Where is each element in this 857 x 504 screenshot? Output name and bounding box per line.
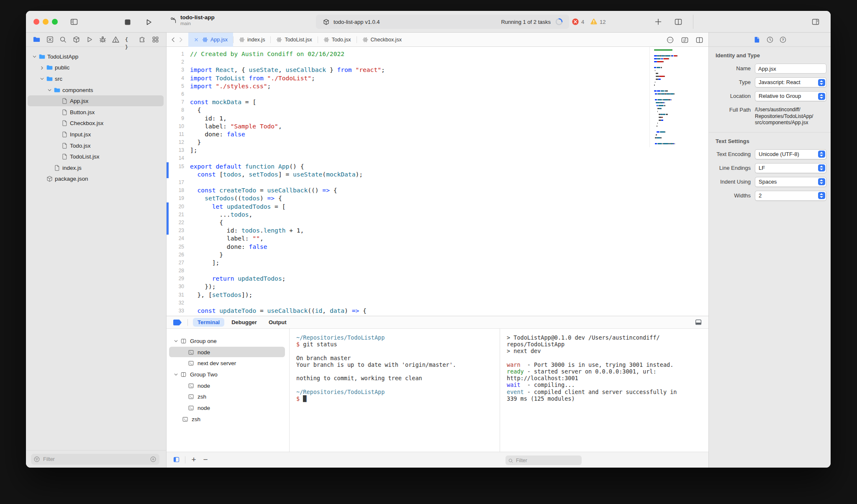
collapse-panel-icon[interactable] bbox=[694, 319, 703, 326]
tab-app-jsx[interactable]: App.jsx bbox=[188, 33, 233, 47]
status-bar[interactable]: todo-list-app v1.0.4 Running 1 of 2 task… bbox=[316, 15, 569, 29]
line-number: 18 bbox=[167, 186, 189, 194]
minimize-window-button[interactable] bbox=[43, 19, 49, 25]
session-item-zsh[interactable]: zsh bbox=[167, 414, 289, 425]
back-icon[interactable] bbox=[170, 36, 177, 43]
panel-tag-icon[interactable] bbox=[172, 319, 182, 326]
split-vertical-icon[interactable] bbox=[695, 36, 703, 44]
session-item-zsh[interactable]: zsh bbox=[167, 391, 289, 402]
run-icon[interactable] bbox=[144, 18, 153, 26]
session-item-group-two[interactable]: Group Two bbox=[167, 369, 289, 380]
session-item-next-dev-server[interactable]: next dev server bbox=[167, 358, 289, 369]
add-terminal-button[interactable]: + bbox=[189, 454, 198, 466]
session-item-node[interactable]: node bbox=[167, 402, 289, 414]
name-field[interactable] bbox=[755, 64, 826, 74]
symbols-navigator-icon[interactable]: { } bbox=[125, 36, 133, 43]
tree-item-todo-jsx[interactable]: Todo.jsx bbox=[26, 140, 166, 151]
sidebar-filter-input[interactable] bbox=[42, 456, 150, 463]
sidebar-filter-field[interactable] bbox=[31, 454, 159, 465]
project-navigator-icon[interactable] bbox=[33, 36, 41, 43]
text-encoding-select[interactable]: Unicode (UTF-8) bbox=[755, 149, 826, 159]
type-select[interactable]: Javascript: React bbox=[755, 77, 826, 87]
code-line: 15export default function App() { bbox=[167, 162, 708, 170]
error-badge-icon[interactable] bbox=[572, 18, 579, 26]
file-inspector-icon[interactable] bbox=[753, 36, 761, 43]
line-endings-select[interactable]: LF bbox=[755, 163, 826, 173]
chevron-down-icon[interactable] bbox=[173, 338, 180, 344]
tree-item-public[interactable]: public bbox=[26, 62, 166, 74]
close-icon[interactable] bbox=[194, 37, 199, 42]
panel-tab-debugger[interactable]: Debugger bbox=[227, 318, 262, 327]
warning-badge-icon[interactable] bbox=[590, 18, 598, 26]
tab-todo-jsx[interactable]: Todo.jsx bbox=[318, 33, 357, 47]
line-number: 12 bbox=[167, 138, 189, 146]
file-icon bbox=[61, 153, 70, 160]
add-icon[interactable] bbox=[654, 18, 663, 26]
session-item-node[interactable]: node bbox=[167, 347, 289, 358]
source-control-navigator-icon[interactable] bbox=[46, 36, 54, 43]
tab-index-js[interactable]: index.js bbox=[233, 33, 270, 47]
terminal-filter-field[interactable] bbox=[505, 455, 582, 465]
tree-item-src[interactable]: src bbox=[26, 73, 166, 84]
terminal-filter-input[interactable] bbox=[515, 457, 582, 464]
tree-item-checkbox-jsx[interactable]: Checkbox.jsx bbox=[26, 118, 166, 129]
terminal-icon bbox=[187, 405, 195, 411]
tree-item-package-json[interactable]: package.json bbox=[26, 174, 166, 185]
overview-navigator-icon[interactable] bbox=[151, 36, 159, 43]
bug-navigator-icon[interactable] bbox=[99, 36, 107, 43]
stepper-icon[interactable] bbox=[818, 192, 825, 199]
react-file-icon bbox=[276, 37, 282, 43]
issues-navigator-icon[interactable] bbox=[112, 36, 120, 43]
chevron-down-icon[interactable] bbox=[39, 76, 46, 82]
related-files-icon[interactable] bbox=[681, 36, 689, 44]
chevron-down-icon[interactable] bbox=[32, 54, 38, 59]
chevron-down-icon[interactable] bbox=[173, 371, 180, 377]
close-window-button[interactable] bbox=[33, 19, 39, 25]
tree-item-index-js[interactable]: index.js bbox=[26, 162, 166, 174]
chevron-down-icon[interactable] bbox=[47, 87, 54, 93]
search-navigator-icon[interactable] bbox=[59, 36, 67, 43]
tree-item-app-jsx[interactable]: App.jsx bbox=[26, 95, 166, 107]
tree-item-button-jsx[interactable]: Button.jsx bbox=[26, 107, 166, 118]
code-editor[interactable]: 1// Created by Austin Condiff on 02/16/2… bbox=[167, 47, 708, 316]
toggle-inspector-icon[interactable] bbox=[811, 18, 820, 26]
history-inspector-icon[interactable] bbox=[766, 36, 774, 43]
location-select[interactable]: Relative to Group bbox=[755, 91, 826, 101]
stepper-icon[interactable] bbox=[818, 93, 825, 100]
session-item-node[interactable]: node bbox=[167, 380, 289, 391]
package-navigator-icon[interactable] bbox=[72, 36, 80, 43]
sidebar-toggle-icon[interactable] bbox=[69, 18, 79, 26]
stepper-icon[interactable] bbox=[818, 151, 825, 158]
tab-todolist-jsx[interactable]: TodoList.jsx bbox=[271, 33, 317, 47]
tree-item-todolistapp[interactable]: TodoListApp bbox=[26, 51, 166, 62]
file-name: src bbox=[55, 76, 62, 82]
indent-using-select[interactable]: Spaces bbox=[755, 177, 826, 187]
stepper-icon[interactable] bbox=[818, 79, 825, 86]
react-file-icon bbox=[202, 37, 208, 43]
forward-icon[interactable] bbox=[177, 36, 184, 43]
toggle-sessions-icon[interactable] bbox=[172, 456, 180, 463]
more-options-icon[interactable] bbox=[666, 36, 674, 44]
stepper-icon[interactable] bbox=[818, 178, 825, 185]
tree-item-todolist-jsx[interactable]: TodoList.jsx bbox=[26, 151, 166, 162]
terminal-shell-left[interactable]: ~/Repositories/TodoListApp$ git status O… bbox=[290, 329, 500, 452]
stop-icon[interactable] bbox=[123, 18, 132, 26]
split-editor-icon[interactable] bbox=[674, 18, 683, 26]
run-navigator-icon[interactable] bbox=[85, 36, 93, 43]
panel-tab-output[interactable]: Output bbox=[264, 318, 291, 327]
zoom-window-button[interactable] bbox=[52, 19, 58, 25]
panel-tab-terminal[interactable]: Terminal bbox=[193, 318, 224, 327]
minimap[interactable] bbox=[649, 47, 706, 147]
chevron-right-icon[interactable] bbox=[39, 65, 46, 71]
widths-select[interactable]: 2 bbox=[755, 191, 826, 201]
tab-checkbox-jsx[interactable]: Checkbox.jsx bbox=[357, 33, 407, 47]
tree-item-input-jsx[interactable]: Input.jsx bbox=[26, 129, 166, 140]
help-inspector-icon[interactable]: ? bbox=[779, 36, 787, 43]
stepper-icon[interactable] bbox=[818, 164, 825, 171]
remove-terminal-button[interactable]: − bbox=[201, 454, 210, 466]
add-filter-icon[interactable] bbox=[150, 456, 157, 463]
session-item-group-one[interactable]: Group one bbox=[167, 335, 289, 347]
terminal-shell-right[interactable]: > TodoListApp@0.1.0 dev /Users/austincon… bbox=[500, 329, 708, 452]
tree-item-components[interactable]: components bbox=[26, 84, 166, 96]
extensions-navigator-icon[interactable] bbox=[138, 36, 146, 43]
